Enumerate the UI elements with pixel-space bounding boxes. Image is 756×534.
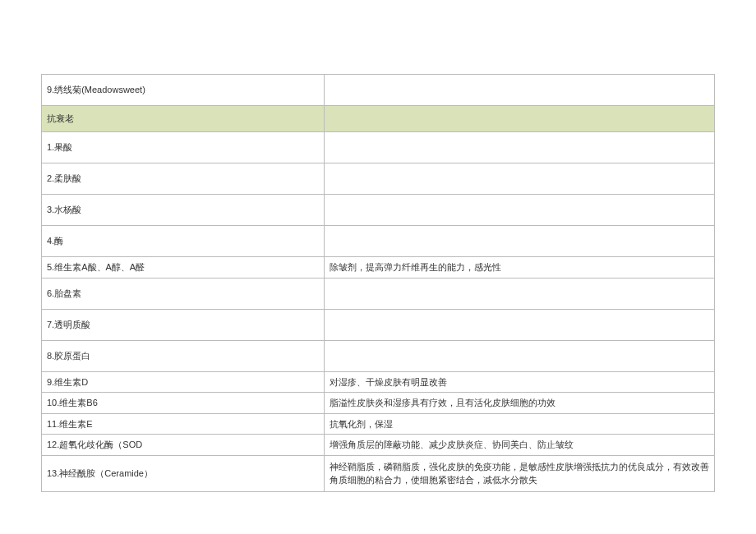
ingredient-name-cell: 抗衰老 (42, 106, 325, 132)
table-row: 4.酶 (42, 226, 715, 257)
table-row: 2.柔肤酸 (42, 163, 715, 195)
ingredient-name-cell: 9.绣线菊(Meadowsweet) (42, 75, 325, 106)
ingredient-desc-cell (324, 340, 714, 371)
table-row: 11.维生素E抗氧化剂，保湿 (42, 413, 715, 435)
ingredient-name-cell: 8.胶原蛋白 (42, 340, 325, 371)
table-row: 9.绣线菊(Meadowsweet) (42, 75, 715, 106)
ingredient-desc-cell (324, 75, 714, 106)
ingredient-name-cell: 12.超氧化歧化酶（SOD (42, 435, 325, 456)
ingredients-table: 9.绣线菊(Meadowsweet)抗衰老1.果酸2.柔肤酸3.水杨酸4.酶5.… (41, 74, 715, 492)
ingredient-name-cell: 1.果酸 (42, 132, 325, 163)
table-row: 9.维生素D对湿疹、干燥皮肤有明显改善 (42, 371, 715, 393)
table-row: 12.超氧化歧化酶（SOD增强角质层的障蔽功能、减少皮肤炎症、协同美白、防止皱纹 (42, 435, 715, 456)
ingredient-desc-cell: 增强角质层的障蔽功能、减少皮肤炎症、协同美白、防止皱纹 (324, 435, 714, 456)
ingredient-name-cell: 6.胎盘素 (42, 278, 325, 309)
table-row: 8.胶原蛋白 (42, 340, 715, 371)
ingredient-desc-cell (324, 309, 714, 340)
table-row: 10.维生素B6脂溢性皮肤炎和湿疹具有疗效，且有活化皮肤细胞的功效 (42, 393, 715, 414)
ingredient-desc-cell: 脂溢性皮肤炎和湿疹具有疗效，且有活化皮肤细胞的功效 (324, 393, 714, 414)
ingredient-desc-cell (324, 195, 714, 226)
ingredient-desc-cell (324, 278, 714, 309)
table-row: 抗衰老 (42, 106, 715, 132)
ingredient-name-cell: 11.维生素E (42, 413, 325, 435)
ingredient-name-cell: 13.神经酰胺（Ceramide） (42, 455, 325, 491)
ingredient-name-cell: 3.水杨酸 (42, 195, 325, 226)
table-row: 3.水杨酸 (42, 195, 715, 226)
ingredient-name-cell: 2.柔肤酸 (42, 163, 325, 195)
ingredient-name-cell: 4.酶 (42, 226, 325, 257)
ingredient-name-cell: 10.维生素B6 (42, 393, 325, 414)
table-row: 7.透明质酸 (42, 309, 715, 340)
table-row: 6.胎盘素 (42, 278, 715, 309)
ingredient-desc-cell (324, 163, 714, 195)
ingredient-desc-cell (324, 226, 714, 257)
ingredient-desc-cell: 除皱剂，提高弹力纤维再生的能力，感光性 (324, 257, 714, 279)
ingredient-name-cell: 5.维生素A酸、A醇、A醛 (42, 257, 325, 279)
table-row: 1.果酸 (42, 132, 715, 163)
table-row: 13.神经酰胺（Ceramide）神经鞘脂质，磷鞘脂质，强化皮肤的免疫功能，是敏… (42, 455, 715, 491)
table-row: 5.维生素A酸、A醇、A醛除皱剂，提高弹力纤维再生的能力，感光性 (42, 257, 715, 279)
ingredient-desc-cell: 对湿疹、干燥皮肤有明显改善 (324, 371, 714, 393)
ingredient-name-cell: 7.透明质酸 (42, 309, 325, 340)
ingredient-desc-cell (324, 132, 714, 163)
ingredient-name-cell: 9.维生素D (42, 371, 325, 393)
ingredient-desc-cell (324, 106, 714, 132)
ingredient-desc-cell: 抗氧化剂，保湿 (324, 413, 714, 435)
ingredient-desc-cell: 神经鞘脂质，磷鞘脂质，强化皮肤的免疫功能，是敏感性皮肤增强抵抗力的优良成分，有效… (324, 455, 714, 491)
